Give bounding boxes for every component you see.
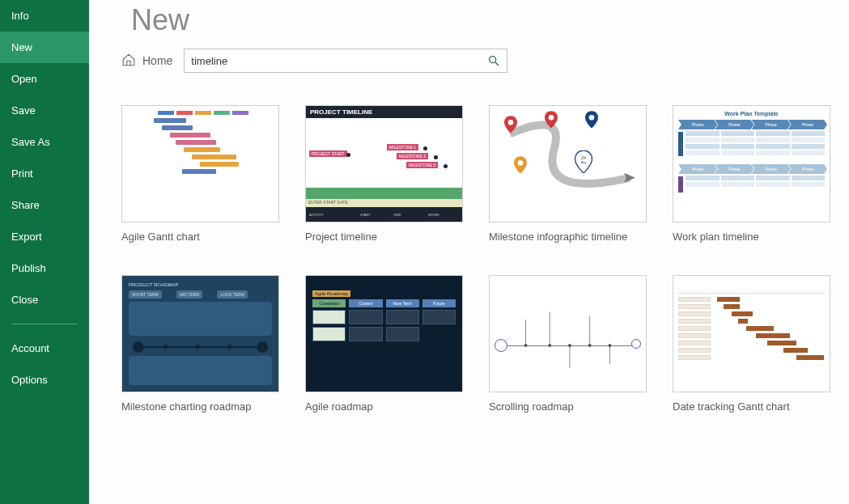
sidebar-item-saveas[interactable]: Save As (0, 126, 89, 158)
sidebar-item-publish[interactable]: Publish (0, 252, 89, 284)
svg-point-19 (588, 344, 592, 347)
template-thumb: PRODUCT ROADMAP SHORT TERM MID TERM LONG… (121, 275, 279, 392)
thumb-chev: Phase (752, 120, 791, 129)
template-milestone-roadmap[interactable]: PRODUCT ROADMAP SHORT TERM MID TERM LONG… (121, 275, 279, 413)
thumb-chev: Phase (752, 164, 791, 174)
sidebar-item-new[interactable]: New (0, 32, 89, 63)
template-agile-roadmap[interactable]: Agile Roadmap Completed Current Near Ter… (305, 275, 463, 413)
thumb-chev: Phase (678, 164, 717, 174)
template-agile-gantt[interactable]: Agile Gantt chart (121, 105, 279, 243)
thumb-tag: PROJECT START (309, 150, 347, 157)
thumb-col: LONG TERM (217, 290, 248, 299)
search-input[interactable] (191, 55, 487, 67)
thumb-col: MID TERM (176, 290, 203, 299)
thumb-chev: Phase (788, 120, 827, 129)
search-box (184, 49, 507, 73)
template-label: Date tracking Gantt chart (673, 400, 830, 413)
main-content: New Home (89, 0, 849, 504)
home-link[interactable]: Home (121, 53, 172, 70)
sidebar-item-export[interactable]: Export (0, 221, 89, 252)
template-work-plan[interactable]: Work Plan Template Phase Phase Phase Pha… (673, 105, 830, 243)
pin-icon (545, 111, 558, 129)
template-project-timeline[interactable]: PROJECT TIMELINE PROJECT START MILESTONE… (305, 105, 463, 243)
search-icon (487, 54, 500, 67)
svg-point-17 (548, 344, 551, 347)
pin-icon (585, 111, 598, 129)
svg-text:24: 24 (581, 155, 586, 160)
page-title: New (121, 0, 849, 49)
template-label: Work plan timeline (673, 231, 830, 243)
thumb-chev: Phase (678, 120, 717, 129)
thumb-chev: Phase (715, 120, 753, 129)
svg-point-20 (608, 344, 611, 347)
template-scrolling-roadmap[interactable]: Scrolling roadmap (489, 275, 647, 413)
template-thumb (121, 105, 279, 222)
template-thumb: PROJECT TIMELINE PROJECT START MILESTONE… (305, 105, 463, 222)
thumb-chev: Phase (788, 164, 827, 174)
header-row: Home (121, 49, 849, 73)
template-label: Scrolling roadmap (489, 400, 647, 413)
thumb-title: Agile Roadmap (312, 290, 350, 297)
sidebar-item-options[interactable]: Options (0, 364, 89, 396)
svg-point-4 (589, 115, 595, 121)
template-label: Agile Gantt chart (121, 231, 279, 243)
pin-icon (504, 116, 517, 133)
thumb-col: SHORT TERM (129, 290, 162, 299)
sidebar: Info New Open Save Save As Print Share E… (0, 0, 89, 504)
thumb-col: Completed (312, 299, 346, 307)
thumb-ftr: START (360, 213, 394, 217)
template-label: Project timeline (305, 231, 463, 243)
svg-point-16 (524, 344, 528, 347)
thumb-title: Work Plan Template (678, 111, 825, 116)
thumb-col: Future (422, 299, 456, 307)
template-thumb: Work Plan Template Phase Phase Phase Pha… (673, 105, 830, 222)
svg-line-1 (495, 62, 499, 66)
svg-point-9 (133, 341, 144, 353)
thumb-enter-start: ENTER START DATE: (306, 199, 462, 207)
template-date-tracking-gantt[interactable]: Date tracking Gantt chart (673, 275, 830, 413)
sidebar-divider (11, 324, 78, 324)
thumb-chev: Phase (715, 164, 753, 174)
sidebar-item-save[interactable]: Save (0, 95, 89, 126)
pin-icon (514, 156, 527, 174)
svg-point-5 (518, 160, 524, 166)
template-label: Milestone charting roadmap (121, 400, 279, 413)
sidebar-item-print[interactable]: Print (0, 158, 89, 189)
thumb-tag: MILESTONE 1 (387, 144, 418, 150)
template-label: Milestone infographic timeline (489, 231, 647, 243)
thumb-ftr: END (394, 213, 428, 217)
svg-point-0 (490, 57, 496, 63)
thumb-ftr: ACTIVITY (306, 213, 360, 217)
thumb-tag: MILESTONE 3 (406, 162, 438, 168)
template-thumb: 24May (489, 105, 647, 222)
template-milestone-infographic[interactable]: 24May Milestone infographic timeline (489, 105, 647, 243)
thumb-col: Current (349, 299, 382, 307)
sidebar-item-open[interactable]: Open (0, 63, 89, 95)
home-icon (121, 53, 136, 70)
thumb-title: PRODUCT ROADMAP (129, 282, 272, 287)
sidebar-item-info[interactable]: Info (0, 0, 89, 32)
thumb-tag: MILESTONE 2 (397, 153, 428, 159)
search-button[interactable] (487, 54, 500, 67)
home-label: Home (142, 54, 172, 67)
svg-point-2 (508, 120, 514, 125)
template-thumb: Agile Roadmap Completed Current Near Ter… (305, 275, 463, 392)
thumb-ftr: NOTES (428, 213, 462, 217)
template-thumb (489, 275, 647, 392)
thumb-header: PROJECT TIMELINE (306, 106, 462, 118)
svg-text:May: May (581, 161, 587, 164)
templates-grid: Agile Gantt chart PROJECT TIMELINE PROJE… (121, 105, 849, 413)
sidebar-item-account[interactable]: Account (0, 332, 89, 364)
thumb-col: Near Term (386, 299, 419, 307)
template-label: Agile roadmap (305, 400, 463, 413)
sidebar-item-share[interactable]: Share (0, 189, 89, 221)
svg-point-18 (568, 344, 571, 347)
template-thumb (673, 275, 830, 392)
pin-icon: 24May (575, 150, 592, 173)
svg-point-10 (257, 341, 268, 353)
sidebar-item-close[interactable]: Close (0, 284, 89, 316)
svg-point-3 (549, 115, 554, 121)
